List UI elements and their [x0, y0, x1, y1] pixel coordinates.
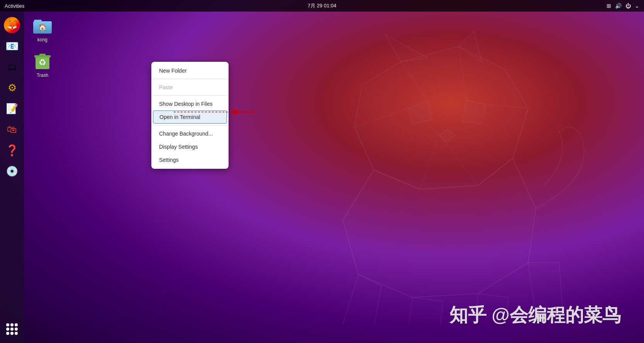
new-folder-label: New Folder	[159, 68, 187, 74]
settings-dropdown-icon[interactable]: ⌄	[635, 3, 639, 9]
grid-dots-icon	[6, 323, 18, 335]
sound-icon: ⚙	[8, 82, 17, 94]
open-terminal-label: Open in Terminal	[159, 114, 200, 120]
context-menu-open-terminal[interactable]: Open in Terminal	[153, 110, 227, 124]
context-menu-change-background[interactable]: Change Background...	[151, 127, 229, 140]
context-menu-show-desktop[interactable]: Show Desktop in Files	[151, 97, 229, 110]
paste-label: Paste	[159, 84, 173, 90]
sidebar-item-help[interactable]: ❓	[3, 141, 21, 159]
desktop-icon-trash[interactable]: ♻ Trash	[27, 51, 58, 79]
sidebar-item-firefox[interactable]: 🦊	[3, 16, 21, 34]
svg-text:♻: ♻	[39, 58, 46, 67]
context-menu: New Folder Paste Show Desktop in Files O…	[151, 62, 229, 169]
desktop-icons: 🏠 kong ♻ Trash	[27, 15, 58, 86]
svg-marker-1	[385, 35, 428, 62]
sidebar-item-sound[interactable]: ⚙	[3, 79, 21, 97]
sidebar-item-email[interactable]: 📧	[3, 37, 21, 55]
sidebar-item-files[interactable]: 🗂	[3, 58, 21, 76]
context-menu-display-settings[interactable]: Display Settings	[151, 140, 229, 153]
files-icon: 🗂	[7, 61, 17, 73]
svg-rect-32	[34, 20, 42, 23]
topbar: Activities 7月 29 01:04 ⊞ 🔊 ⏻ ⌄	[0, 0, 644, 12]
writer-icon: 📝	[6, 103, 18, 115]
context-menu-paste[interactable]: Paste	[151, 81, 229, 94]
topbar-datetime[interactable]: 7月 29 01:04	[308, 2, 336, 9]
show-desktop-label: Show Desktop in Files	[159, 101, 213, 107]
volume-icon[interactable]: 🔊	[615, 3, 622, 9]
email-icon: 📧	[5, 40, 19, 53]
svg-rect-37	[39, 54, 46, 56]
help-icon: ❓	[5, 144, 19, 157]
home-folder-icon: 🏠	[32, 15, 53, 36]
separator-3	[151, 125, 229, 126]
appstore-icon: 🛍	[7, 124, 17, 136]
settings-label: Settings	[159, 157, 179, 163]
separator-2	[151, 95, 229, 96]
watermark: 知乎 @会编程的菜鸟	[449, 303, 621, 328]
topbar-left: Activities	[5, 3, 24, 9]
display-settings-label: Display Settings	[159, 144, 198, 150]
activities-button[interactable]: Activities	[5, 3, 24, 9]
app-grid-button[interactable]	[3, 321, 20, 338]
separator-1	[151, 79, 229, 79]
svg-marker-8	[408, 297, 443, 324]
watermark-text: 知乎 @会编程的菜鸟	[449, 305, 621, 325]
sidebar-item-appstore[interactable]: 🛍	[3, 121, 21, 138]
sidebar-item-writer[interactable]: 📝	[3, 100, 21, 117]
sidebar-item-dvd[interactable]: 💿	[3, 162, 21, 180]
trash-label: Trash	[37, 73, 48, 79]
power-icon[interactable]: ⏻	[625, 3, 631, 9]
svg-text:🏠: 🏠	[38, 23, 47, 32]
dvd-icon: 💿	[6, 165, 18, 177]
context-menu-settings[interactable]: Settings	[151, 153, 229, 166]
firefox-icon: 🦊	[4, 17, 20, 33]
change-background-label: Change Background...	[159, 131, 213, 137]
trash-icon: ♻	[32, 51, 53, 71]
kong-label: kong	[37, 37, 47, 43]
cat-decoration	[266, 23, 613, 324]
desktop-icon-kong[interactable]: 🏠 kong	[27, 15, 58, 43]
context-menu-new-folder[interactable]: New Folder	[151, 64, 229, 77]
topbar-right: ⊞ 🔊 ⏻ ⌄	[607, 3, 639, 9]
sidebar: 🦊 📧 🗂 ⚙ 📝 🛍 ❓ 💿	[0, 12, 24, 343]
svg-marker-4	[463, 100, 486, 124]
network-icon[interactable]: ⊞	[607, 3, 611, 9]
